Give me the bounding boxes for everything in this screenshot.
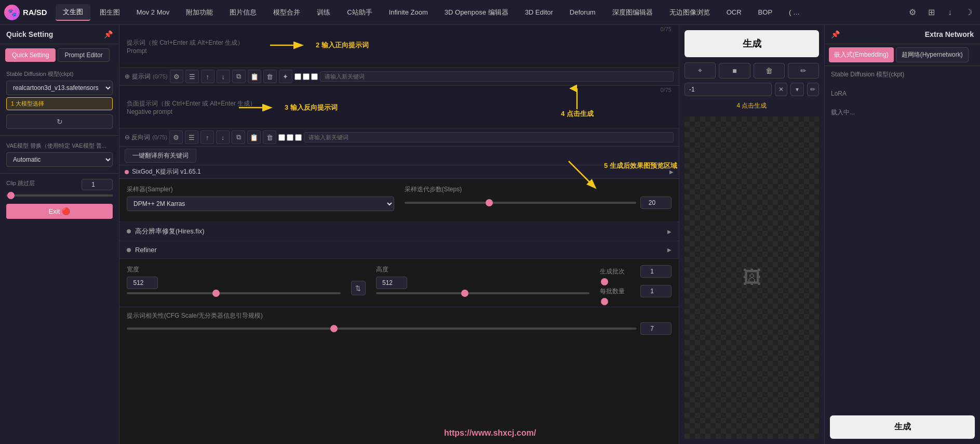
negative-delete-button[interactable]: 🗑	[263, 130, 276, 144]
cfg-input[interactable]	[640, 322, 672, 335]
positive-keyword-input[interactable]	[320, 71, 674, 82]
positive-paste-button[interactable]: 📋	[248, 70, 261, 83]
positive-copy-button[interactable]: ⧉	[232, 70, 246, 83]
hires-header[interactable]: 高分辨率修复(Hires.fix) ▶	[119, 222, 679, 241]
nav-tab-img2img[interactable]: 图生图	[92, 5, 127, 20]
positive-upload-button[interactable]: ↑	[201, 70, 214, 83]
nav-tab-3deditor[interactable]: 3D Editor	[518, 5, 560, 19]
positive-settings-button[interactable]: ⚙	[170, 70, 183, 83]
action-edit-button[interactable]: ✏	[788, 63, 819, 79]
seed-random-button[interactable]: ✕	[775, 83, 787, 96]
sampler-select[interactable]: DPM++ 2M Karras	[127, 197, 394, 211]
nav-tab-bop[interactable]: BOP	[751, 5, 780, 19]
divider-2	[0, 173, 119, 174]
positive-download-button[interactable]: ↓	[217, 70, 230, 83]
nav-tab-more[interactable]: ( …	[782, 5, 807, 19]
nav-tab-train[interactable]: 训练	[310, 5, 338, 20]
negative-gear2-button[interactable]: ☰	[185, 130, 198, 144]
model-select[interactable]: realcartoon3d_v13.safetensors |	[6, 81, 113, 95]
clip-input[interactable]	[82, 179, 113, 190]
swap-dimensions-button[interactable]: ⇅	[351, 281, 366, 295]
extra-tab-embedding[interactable]: 嵌入式(Embedding)	[829, 47, 894, 62]
nav-tab-merge[interactable]: 模型合并	[266, 5, 307, 20]
extra-network-pin-button[interactable]: 📌	[831, 30, 840, 38]
action-trash-button[interactable]: 🗑	[754, 63, 785, 79]
negative-cb3[interactable]	[295, 134, 302, 141]
grid-icon[interactable]: ⊞	[924, 5, 938, 20]
height-input-row	[376, 277, 590, 289]
width-input[interactable]	[127, 277, 158, 289]
nav-tab-browser[interactable]: 无边图像浏览	[662, 5, 717, 20]
seed-input[interactable]	[684, 83, 772, 96]
negative-settings-button[interactable]: ⚙	[169, 130, 183, 144]
clip-slider-track[interactable]	[6, 194, 113, 197]
refiner-arrow-icon: ▶	[667, 247, 672, 253]
height-input[interactable]	[376, 277, 407, 289]
width-slider-thumb[interactable]	[212, 290, 220, 297]
action-skip-button[interactable]: ⌖	[684, 62, 716, 79]
batch-size-input[interactable]	[640, 285, 672, 297]
sidebar-pin-button[interactable]: 📌	[104, 30, 113, 38]
steps-input[interactable]	[640, 197, 672, 209]
height-slider[interactable]	[376, 292, 590, 294]
nav-tab-infinitezoom[interactable]: Infinite Zoom	[382, 5, 435, 19]
positive-cb3[interactable]	[311, 73, 318, 80]
refiner-header[interactable]: Refiner ▶	[119, 241, 679, 258]
positive-cb2[interactable]	[303, 73, 310, 80]
nav-tab-deptheditor[interactable]: 深度图编辑器	[605, 5, 660, 20]
action-stop-button[interactable]: ■	[719, 63, 750, 79]
height-label: 高度	[376, 265, 590, 274]
batch-count-input[interactable]	[640, 265, 672, 278]
cfg-slider-thumb[interactable]	[330, 325, 338, 332]
exit-button[interactable]: Exit 🔴	[6, 204, 113, 219]
steps-slider[interactable]	[405, 202, 637, 204]
seed-edit-button[interactable]: ✏	[807, 83, 820, 96]
vae-select[interactable]: Automatic	[6, 152, 113, 167]
positive-gear2-button[interactable]: ☰	[185, 70, 199, 83]
cfg-slider[interactable]	[127, 328, 636, 330]
width-slider[interactable]	[127, 292, 341, 294]
generate-main-button[interactable]: 生成	[684, 30, 819, 57]
negative-cb2[interactable]	[287, 134, 293, 141]
batch-size-slider-thumb[interactable]	[601, 298, 608, 305]
exit-label: Exit	[49, 207, 60, 215]
negative-prompt-textarea[interactable]	[119, 94, 679, 126]
negative-copy2-button[interactable]: ⧉	[232, 130, 245, 144]
negative-prompt-area: ⊖ 反向词 (0/75) ⚙ ☰ ↑ ↓ ⧉ 📋 🗑	[119, 94, 679, 147]
nav-tab-mov2mov[interactable]: Mov 2 Mov	[129, 5, 177, 19]
batch-count-slider-thumb[interactable]	[601, 278, 608, 285]
seed-dropdown-button[interactable]: ▾	[790, 83, 804, 96]
height-slider-thumb[interactable]	[461, 290, 468, 297]
positive-extra-button[interactable]: ✦	[279, 70, 292, 83]
model-label: Stable Diffusion 模型(ckpt)	[6, 70, 113, 78]
negative-cb1[interactable]	[278, 134, 285, 141]
negative-paste2-button[interactable]: 📋	[247, 130, 261, 144]
model-refresh-button[interactable]: ↻	[6, 114, 113, 129]
nav-tab-extras[interactable]: 附加功能	[179, 5, 220, 20]
nav-tab-pnginfo[interactable]: 图片信息	[222, 5, 264, 20]
extra-tab-hypernetwork[interactable]: 超网络(Hypernetwork)	[896, 47, 969, 62]
sidebar-tab-quicksetting[interactable]: Quick Setting	[5, 48, 56, 62]
negative-prompt-toolbar: ⊖ 反向词 (0/75) ⚙ ☰ ↑ ↓ ⧉ 📋 🗑	[119, 128, 679, 146]
steps-slider-thumb[interactable]	[486, 199, 493, 206]
negative-download-button[interactable]: ↓	[216, 130, 230, 144]
moon-icon[interactable]: ☽	[961, 5, 976, 20]
clip-slider-thumb[interactable]	[7, 192, 15, 199]
positive-delete-button[interactable]: 🗑	[263, 70, 277, 83]
download-icon[interactable]: ↓	[943, 5, 957, 20]
nav-tab-txt2img[interactable]: 文生图	[56, 4, 90, 21]
positive-prompt-textarea[interactable]	[119, 33, 679, 66]
sidebar-tab-prompteditor[interactable]: Prompt Editor	[58, 48, 109, 62]
negative-upload-button[interactable]: ↑	[200, 130, 214, 144]
nav-tab-deforum[interactable]: Deforum	[562, 5, 603, 19]
nav-tab-openpose[interactable]: 3D Openpose 编辑器	[437, 5, 516, 20]
positive-cb1[interactable]	[294, 73, 301, 80]
extra-generate-button[interactable]: 生成	[830, 415, 975, 439]
negative-keyword-input[interactable]	[304, 132, 674, 142]
translate-button[interactable]: 一键翻译所有关键词	[125, 149, 196, 163]
settings-icon[interactable]: ⚙	[905, 5, 920, 20]
nav-tab-ocr[interactable]: OCR	[719, 5, 749, 19]
vae-section: VAE模型 替换（使用特定 VAE模型 普... Automatic	[0, 138, 119, 171]
nav-tab-cstation[interactable]: C站助手	[340, 5, 379, 20]
negative-prompt-label: ⊖ 反向词	[125, 133, 150, 142]
